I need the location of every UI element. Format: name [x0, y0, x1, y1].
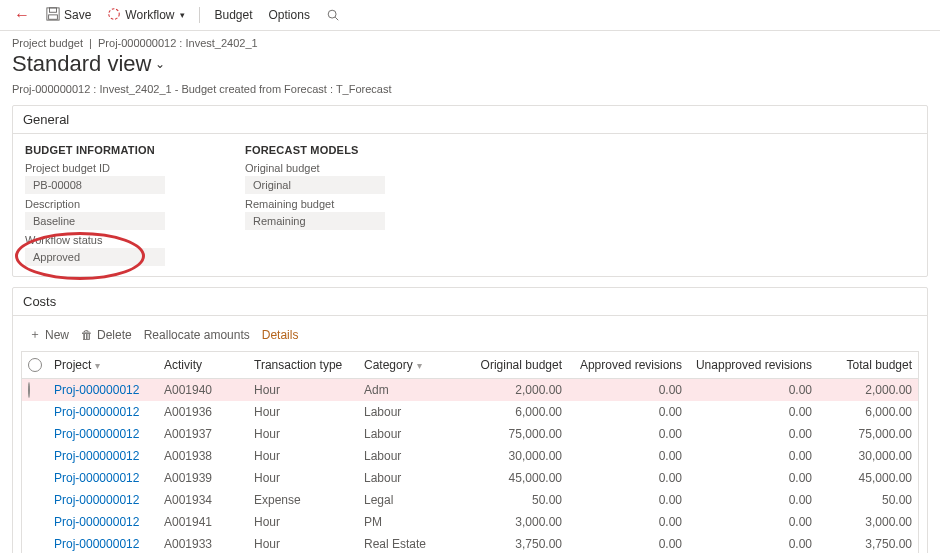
- cell-category: Labour: [358, 467, 468, 489]
- svg-line-5: [335, 17, 338, 20]
- cell-txn-type: Hour: [248, 401, 358, 423]
- cell-category: Labour: [358, 445, 468, 467]
- cell-activity: A001940: [158, 379, 248, 401]
- row-selector[interactable]: [22, 496, 48, 504]
- col-orig-budget[interactable]: Original budget: [468, 352, 568, 378]
- filter-icon: ▾: [417, 360, 422, 371]
- cell-unappr-rev: 0.00: [688, 379, 818, 401]
- cell-appr-rev: 0.00: [568, 423, 688, 445]
- cell-total-budget: 2,000.00: [818, 379, 918, 401]
- cell-project[interactable]: Proj-000000012: [48, 489, 158, 511]
- cell-category: PM: [358, 511, 468, 533]
- costs-grid: Project▾ Activity Transaction type Categ…: [21, 351, 919, 553]
- budget-menu[interactable]: Budget: [208, 6, 258, 24]
- cell-total-budget: 75,000.00: [818, 423, 918, 445]
- row-selector[interactable]: [22, 540, 48, 548]
- cell-project[interactable]: Proj-000000012: [48, 467, 158, 489]
- cell-unappr-rev: 0.00: [688, 489, 818, 511]
- general-header[interactable]: General: [13, 106, 927, 134]
- breadcrumb: Project budget | Proj-000000012 : Invest…: [0, 31, 940, 51]
- cell-project[interactable]: Proj-000000012: [48, 423, 158, 445]
- costs-header[interactable]: Costs: [13, 288, 927, 316]
- cell-project[interactable]: Proj-000000012: [48, 401, 158, 423]
- row-selector[interactable]: [22, 474, 48, 482]
- cell-appr-rev: 0.00: [568, 401, 688, 423]
- page-title-row: Standard view ⌄: [0, 51, 940, 81]
- row-selector[interactable]: [22, 379, 48, 401]
- cell-orig-budget: 30,000.00: [468, 445, 568, 467]
- table-row[interactable]: Proj-000000012A001941HourPM3,000.000.000…: [22, 511, 918, 533]
- cell-txn-type: Expense: [248, 489, 358, 511]
- col-appr-rev[interactable]: Approved revisions: [568, 352, 688, 378]
- col-unappr-rev[interactable]: Unapproved revisions: [688, 352, 818, 378]
- cell-unappr-rev: 0.00: [688, 467, 818, 489]
- cell-total-budget: 45,000.00: [818, 467, 918, 489]
- search-button[interactable]: [320, 6, 346, 24]
- cell-category: Real Estate: [358, 533, 468, 553]
- original-budget-value: Original: [245, 176, 385, 194]
- trash-icon: 🗑: [81, 328, 93, 342]
- cell-orig-budget: 75,000.00: [468, 423, 568, 445]
- table-row[interactable]: Proj-000000012A001937HourLabour75,000.00…: [22, 423, 918, 445]
- view-chevron-icon[interactable]: ⌄: [155, 57, 165, 71]
- workflow-button[interactable]: Workflow ▾: [101, 5, 191, 26]
- row-selector[interactable]: [22, 518, 48, 526]
- col-project[interactable]: Project▾: [48, 352, 158, 378]
- table-row[interactable]: Proj-000000012A001940HourAdm2,000.000.00…: [22, 379, 918, 401]
- cell-total-budget: 30,000.00: [818, 445, 918, 467]
- budget-id-value: PB-00008: [25, 176, 165, 194]
- save-button[interactable]: Save: [40, 5, 97, 26]
- row-selector[interactable]: [22, 408, 48, 416]
- top-toolbar: ← Save Workflow ▾ Budget Options: [0, 0, 940, 31]
- budget-id-label: Project budget ID: [25, 162, 205, 174]
- workflow-label: Workflow: [125, 8, 174, 22]
- col-activity[interactable]: Activity: [158, 352, 248, 378]
- cell-txn-type: Hour: [248, 379, 358, 401]
- options-menu[interactable]: Options: [263, 6, 316, 24]
- chevron-down-icon: ▾: [180, 10, 185, 20]
- table-row[interactable]: Proj-000000012A001933HourReal Estate3,75…: [22, 533, 918, 553]
- details-button[interactable]: Details: [262, 328, 299, 342]
- cell-appr-rev: 0.00: [568, 511, 688, 533]
- back-button[interactable]: ←: [8, 4, 36, 26]
- cell-unappr-rev: 0.00: [688, 445, 818, 467]
- select-all-header[interactable]: [22, 352, 48, 378]
- reallocate-button[interactable]: Reallocate amounts: [144, 328, 250, 342]
- cell-activity: A001941: [158, 511, 248, 533]
- table-row[interactable]: Proj-000000012A001934ExpenseLegal50.000.…: [22, 489, 918, 511]
- cell-orig-budget: 50.00: [468, 489, 568, 511]
- cell-project[interactable]: Proj-000000012: [48, 379, 158, 401]
- row-selector[interactable]: [22, 452, 48, 460]
- remaining-budget-label: Remaining budget: [245, 198, 425, 210]
- cell-project[interactable]: Proj-000000012: [48, 445, 158, 467]
- cell-orig-budget: 6,000.00: [468, 401, 568, 423]
- description-label: Description: [25, 198, 205, 210]
- cell-orig-budget: 3,750.00: [468, 533, 568, 553]
- cell-unappr-rev: 0.00: [688, 423, 818, 445]
- description-value: Baseline: [25, 212, 165, 230]
- forecast-models-title: FORECAST MODELS: [245, 144, 425, 156]
- new-button[interactable]: ＋New: [29, 326, 69, 343]
- cell-project[interactable]: Proj-000000012: [48, 533, 158, 553]
- cell-category: Legal: [358, 489, 468, 511]
- cell-orig-budget: 3,000.00: [468, 511, 568, 533]
- cell-total-budget: 3,750.00: [818, 533, 918, 553]
- cell-total-budget: 6,000.00: [818, 401, 918, 423]
- cell-activity: A001936: [158, 401, 248, 423]
- cell-category: Labour: [358, 401, 468, 423]
- col-category[interactable]: Category▾: [358, 352, 468, 378]
- col-total-budget[interactable]: Total budget: [818, 352, 918, 378]
- table-row[interactable]: Proj-000000012A001939HourLabour45,000.00…: [22, 467, 918, 489]
- cell-category: Adm: [358, 379, 468, 401]
- col-txn-type[interactable]: Transaction type: [248, 352, 358, 378]
- cell-activity: A001934: [158, 489, 248, 511]
- cell-txn-type: Hour: [248, 423, 358, 445]
- svg-point-4: [328, 10, 336, 18]
- table-row[interactable]: Proj-000000012A001936HourLabour6,000.000…: [22, 401, 918, 423]
- row-selector[interactable]: [22, 430, 48, 438]
- plus-icon: ＋: [29, 326, 41, 343]
- table-row[interactable]: Proj-000000012A001938HourLabour30,000.00…: [22, 445, 918, 467]
- cell-project[interactable]: Proj-000000012: [48, 511, 158, 533]
- delete-button[interactable]: 🗑Delete: [81, 328, 132, 342]
- cell-appr-rev: 0.00: [568, 489, 688, 511]
